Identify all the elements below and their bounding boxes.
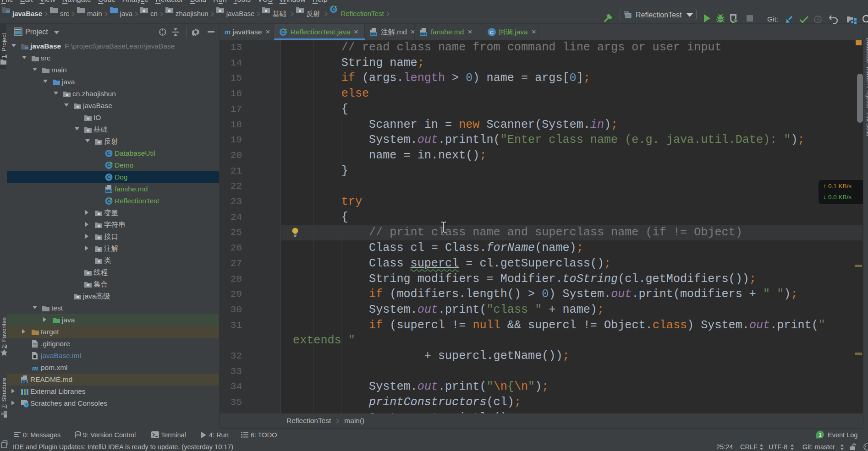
svg-text:m: m	[32, 364, 38, 372]
svg-text:MD: MD	[370, 32, 376, 36]
svg-text:C: C	[107, 151, 111, 156]
svg-text:C: C	[107, 174, 111, 180]
svg-text:MD: MD	[22, 380, 27, 384]
svg-text:MD: MD	[106, 189, 112, 193]
svg-text:MD: MD	[420, 32, 426, 36]
svg-text:1: 1	[819, 432, 822, 438]
svg-text:C: C	[490, 30, 494, 35]
